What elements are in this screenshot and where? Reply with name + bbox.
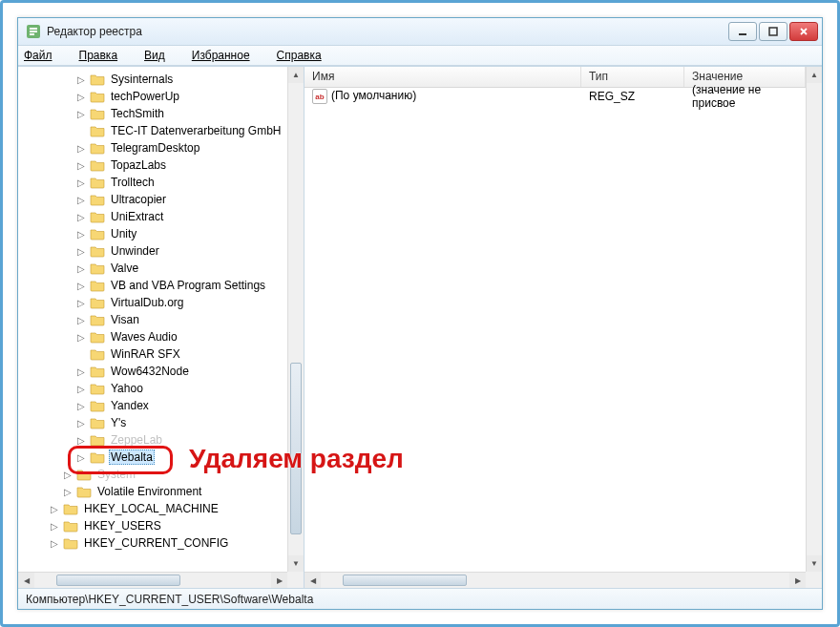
- tree-scrollbar-h[interactable]: ◀ ▶: [18, 572, 287, 588]
- tree-item-label: Trolltech: [109, 175, 157, 190]
- scroll-up-icon[interactable]: ▲: [288, 67, 304, 83]
- scroll-thumb[interactable]: [343, 575, 467, 586]
- tree-item[interactable]: ▷Wow6432Node: [24, 363, 287, 380]
- list-row[interactable]: ab(По умолчанию)REG_SZ(значение не присв…: [304, 88, 806, 105]
- minimize-button[interactable]: [728, 22, 757, 41]
- expand-icon[interactable]: ▷: [75, 229, 86, 240]
- tree-item[interactable]: ▷VirtualDub.org: [24, 294, 287, 311]
- expand-icon[interactable]: ▷: [75, 92, 86, 102]
- tree-item[interactable]: ▷Yandex: [24, 397, 287, 414]
- menu-file[interactable]: Файл: [24, 49, 66, 62]
- scroll-down-icon[interactable]: ▼: [288, 555, 304, 572]
- tree-item[interactable]: ▷Webalta: [24, 449, 287, 466]
- titlebar[interactable]: Редактор реестра: [18, 18, 822, 45]
- tree-item-label: VirtualDub.org: [109, 295, 186, 310]
- tree-item[interactable]: ▷System: [24, 466, 287, 483]
- expand-icon[interactable]: ▷: [75, 435, 86, 446]
- expand-icon[interactable]: ▷: [75, 315, 86, 325]
- scroll-down-icon[interactable]: ▼: [807, 555, 822, 572]
- expand-icon[interactable]: ▷: [75, 109, 86, 119]
- menu-favorites[interactable]: Избранное: [192, 49, 263, 62]
- tree-item[interactable]: ▷TEC-IT Datenverarbeitung GmbH: [24, 122, 287, 139]
- value-data: (значение не присвое: [684, 83, 806, 110]
- tree-item[interactable]: ▷Y's: [24, 414, 287, 431]
- folder-icon: [90, 73, 105, 86]
- expand-icon[interactable]: ▷: [75, 143, 86, 154]
- tree-item[interactable]: ▷Trolltech: [24, 174, 287, 191]
- tree-item-label: ZeppeLab: [109, 432, 164, 448]
- menu-help[interactable]: Справка: [277, 49, 335, 62]
- expand-icon[interactable]: ▷: [75, 298, 86, 308]
- expand-icon[interactable]: ▷: [75, 452, 86, 463]
- tree-item[interactable]: ▷techPowerUp: [24, 88, 287, 105]
- tree-item[interactable]: ▷UniExtract: [24, 208, 287, 225]
- folder-icon: [90, 313, 105, 326]
- expand-icon[interactable]: ▷: [62, 470, 73, 480]
- list-scrollbar-v[interactable]: ▲ ▼: [806, 67, 822, 572]
- tree-item[interactable]: ▷Unwinder: [24, 242, 287, 260]
- tree-item[interactable]: ▷Sysinternals: [24, 71, 287, 88]
- scroll-up-icon[interactable]: ▲: [807, 67, 822, 83]
- tree-item[interactable]: ▷Ultracopier: [24, 191, 287, 208]
- scroll-left-icon[interactable]: ◀: [304, 573, 321, 588]
- maximize-button[interactable]: [759, 22, 788, 41]
- menu-view[interactable]: Вид: [144, 49, 178, 62]
- expand-icon[interactable]: ▷: [75, 418, 86, 428]
- menu-edit[interactable]: Правка: [79, 49, 132, 62]
- list-scrollbar-h[interactable]: ◀ ▶: [304, 572, 806, 588]
- folder-icon: [90, 279, 105, 292]
- expand-icon[interactable]: ▷: [75, 401, 86, 411]
- tree-item[interactable]: ▷WinRAR SFX: [24, 345, 287, 363]
- expand-icon[interactable]: ▷: [49, 504, 59, 514]
- expand-icon[interactable]: ▷: [49, 521, 59, 532]
- tree-item[interactable]: ▷HKEY_LOCAL_MACHINE: [24, 500, 287, 517]
- tree-item[interactable]: ▷Valve: [24, 260, 287, 277]
- scroll-right-icon[interactable]: ▶: [271, 573, 287, 588]
- registry-tree[interactable]: ▷Sysinternals▷techPowerUp▷TechSmith▷TEC-…: [18, 67, 287, 572]
- expand-icon[interactable]: ▷: [75, 160, 86, 171]
- tree-item[interactable]: ▷HKEY_CURRENT_CONFIG: [24, 534, 287, 552]
- folder-icon: [63, 519, 78, 533]
- expand-icon[interactable]: ▷: [75, 281, 86, 291]
- tree-item[interactable]: ▷Yahoo: [24, 380, 287, 397]
- values-pane: Имя Тип Значение ab(По умолчанию)REG_SZ(…: [304, 67, 822, 588]
- tree-item[interactable]: ▷TelegramDesktop: [24, 139, 287, 157]
- close-button[interactable]: [789, 22, 818, 41]
- tree-item[interactable]: ▷ZeppeLab: [24, 431, 287, 449]
- expand-icon[interactable]: ▷: [75, 212, 86, 222]
- tree-item[interactable]: ▷Visan: [24, 311, 287, 328]
- col-name[interactable]: Имя: [304, 67, 581, 87]
- tree-item[interactable]: ▷TechSmith: [24, 105, 287, 122]
- tree-item[interactable]: ▷HKEY_USERS: [24, 517, 287, 534]
- expand-icon[interactable]: ▷: [75, 263, 86, 274]
- folder-icon: [76, 468, 92, 481]
- tree-item[interactable]: ▷Waves Audio: [24, 328, 287, 345]
- tree-scrollbar-v[interactable]: ▲ ▼: [287, 67, 304, 572]
- expand-icon[interactable]: ▷: [75, 384, 86, 394]
- expand-icon[interactable]: ▷: [75, 366, 86, 377]
- expand-icon[interactable]: ▷: [49, 538, 59, 549]
- tree-item[interactable]: ▷VB and VBA Program Settings: [24, 277, 287, 294]
- tree-item-label: TechSmith: [109, 106, 166, 121]
- app-icon: [26, 24, 41, 39]
- tree-item-label: TelegramDesktop: [109, 140, 201, 156]
- expand-icon[interactable]: ▷: [62, 487, 73, 497]
- tree-item[interactable]: ▷TopazLabs: [24, 157, 287, 174]
- folder-icon: [90, 296, 105, 309]
- tree-item[interactable]: ▷Volatile Environment: [24, 483, 287, 500]
- scroll-right-icon[interactable]: ▶: [789, 573, 806, 588]
- tree-item-label: Volatile Environment: [95, 484, 203, 499]
- scroll-thumb[interactable]: [56, 575, 180, 586]
- scroll-thumb[interactable]: [290, 363, 302, 534]
- expand-icon[interactable]: ▷: [75, 178, 86, 188]
- folder-icon: [90, 365, 105, 378]
- folder-icon: [90, 261, 105, 275]
- expand-icon[interactable]: ▷: [75, 246, 86, 257]
- col-type[interactable]: Тип: [581, 67, 684, 87]
- scroll-left-icon[interactable]: ◀: [18, 573, 34, 588]
- expand-icon[interactable]: ▷: [75, 74, 86, 85]
- tree-item[interactable]: ▷Unity: [24, 225, 287, 242]
- expand-icon[interactable]: ▷: [75, 332, 86, 343]
- menubar: Файл Правка Вид Избранное Справка: [18, 45, 822, 66]
- expand-icon[interactable]: ▷: [75, 195, 86, 205]
